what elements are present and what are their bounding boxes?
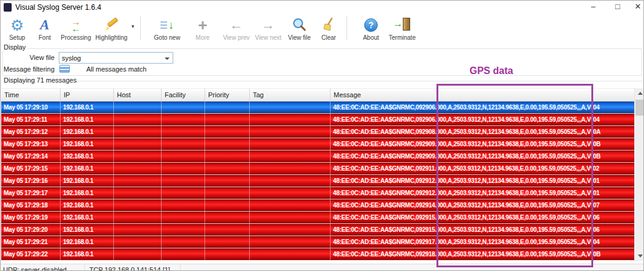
status-filler: [181, 264, 643, 271]
cell-priority: [205, 212, 250, 223]
view-file-combobox[interactable]: syslog: [59, 52, 173, 64]
cell-tag: [250, 248, 331, 260]
cell-facility: [162, 126, 205, 138]
arrow-left-icon: ←: [230, 16, 243, 34]
cell-priority: [205, 163, 250, 174]
cell-host: [114, 224, 162, 236]
cell-message: 48:EE:0C:AD:EE:AA$GNRMC,092911.000,A,250…: [331, 163, 634, 174]
cell-time: May 05 17:29:19: [1, 212, 61, 223]
table-row[interactable]: May 05 17:29:13 192.168.0.1 48:EE:0C:AD:…: [1, 138, 634, 150]
column-header-message[interactable]: Message: [331, 88, 634, 102]
cell-host: [114, 163, 162, 174]
view-file-field-label: View file: [1, 54, 54, 61]
cell-priority: [205, 150, 250, 162]
cell-time: May 05 17:29:17: [1, 187, 61, 199]
table-row[interactable]: May 05 17:29:21 192.168.0.1 48:EE:0C:AD:…: [1, 236, 634, 248]
cell-message: 48:EE:0C:AD:EE:AA$GNRMC,092909.000,A,250…: [331, 138, 634, 150]
cell-host: [114, 236, 162, 248]
processing-button[interactable]: →← Processing: [58, 15, 94, 41]
cell-time: May 05 17:29:12: [1, 126, 61, 138]
cell-ip: 192.168.0.1: [61, 138, 114, 150]
messages-group-label: Displaying 71 messages: [2, 76, 78, 84]
triangle-up-icon: [638, 92, 643, 95]
table-row[interactable]: May 05 17:29:15 192.168.0.1 48:EE:0C:AD:…: [1, 163, 634, 175]
table-row[interactable]: May 05 17:29:12 192.168.0.1 48:EE:0C:AD:…: [1, 126, 634, 138]
highlighting-button[interactable]: Highlighting: [94, 15, 129, 41]
column-header-time[interactable]: Time: [1, 88, 61, 102]
font-button[interactable]: A Font: [31, 15, 58, 41]
setup-label: Setup: [9, 34, 25, 41]
terminate-button[interactable]: → Terminate: [385, 15, 419, 41]
table-row[interactable]: May 05 17:29:20 192.168.0.1 48:EE:0C:AD:…: [1, 224, 634, 236]
view-next-button: → View next: [252, 15, 284, 41]
cell-tag: [250, 175, 331, 187]
status-bar: UDP: server disabled TCP 192.168.0.141:5…: [1, 264, 643, 271]
column-header-ip[interactable]: IP: [61, 88, 114, 102]
cell-ip: 192.168.0.1: [61, 187, 114, 199]
table-row[interactable]: May 05 17:29:22 192.168.0.1 48:EE:0C:AD:…: [1, 248, 634, 261]
more-button: + More: [189, 15, 217, 41]
table-row[interactable]: May 05 17:29:10 192.168.0.1 48:EE:0C:AD:…: [1, 102, 634, 114]
cell-host: [114, 212, 162, 223]
about-label: About: [363, 34, 379, 41]
about-button[interactable]: ? About: [357, 15, 385, 41]
table-row[interactable]: May 05 17:29:16 192.168.0.1 48:EE:0C:AD:…: [1, 175, 634, 187]
tcp-status: TCP 192.168.0.141:514 [1]: [85, 264, 181, 271]
maximize-button[interactable]: □: [608, 1, 627, 14]
terminate-label: Terminate: [389, 34, 416, 41]
cell-time: May 05 17:29:13: [1, 138, 61, 150]
setup-button[interactable]: ⚙ Setup: [3, 15, 31, 41]
scroll-up-button[interactable]: [635, 88, 644, 98]
table-row[interactable]: May 05 17:29:14 192.168.0.1 48:EE:0C:AD:…: [1, 150, 634, 163]
display-group-label: Display: [2, 43, 28, 51]
cell-priority: [205, 126, 250, 138]
cell-tag: [250, 199, 331, 211]
cell-tag: [250, 138, 331, 150]
cell-message: 48:EE:0C:AD:EE:AA$GNRMC,092918.000,A,250…: [331, 248, 634, 260]
highlighting-dropdown[interactable]: ▾: [129, 15, 137, 29]
triangle-down-icon: [638, 254, 643, 258]
cell-time: May 05 17:29:11: [1, 114, 61, 125]
minimize-button[interactable]: –: [584, 1, 602, 14]
vertical-scrollbar[interactable]: [634, 88, 644, 261]
goto-new-button[interactable]: ↓ Goto new: [151, 15, 184, 41]
filter-icon[interactable]: [59, 65, 70, 73]
table-row[interactable]: May 05 17:29:11 192.168.0.1 48:EE:0C:AD:…: [1, 114, 634, 126]
cell-tag: [250, 150, 331, 162]
cell-priority: [205, 248, 250, 260]
column-header-host[interactable]: Host: [114, 88, 162, 102]
table-row[interactable]: May 05 17:29:17 192.168.0.1 48:EE:0C:AD:…: [1, 187, 634, 199]
highlighter-icon: [102, 16, 121, 34]
gear-icon: ⚙: [10, 16, 24, 34]
scrollbar-thumb[interactable]: [635, 100, 644, 116]
view-file-button[interactable]: View file: [284, 15, 315, 41]
cell-time: May 05 17:29:21: [1, 236, 61, 248]
highlighting-label: Highlighting: [95, 34, 127, 41]
column-header-priority[interactable]: Priority: [205, 88, 250, 102]
table-row[interactable]: May 05 17:29:18 192.168.0.1 48:EE:0C:AD:…: [1, 199, 634, 212]
cell-ip: 192.168.0.1: [61, 114, 114, 125]
cell-facility: [162, 175, 205, 187]
cell-tag: [250, 187, 331, 199]
cell-ip: 192.168.0.1: [61, 248, 114, 260]
cell-host: [114, 126, 162, 138]
column-header-tag[interactable]: Tag: [250, 88, 331, 102]
cell-tag: [250, 236, 331, 248]
cell-ip: 192.168.0.1: [61, 236, 114, 248]
clear-button[interactable]: Clear: [315, 15, 343, 41]
cell-priority: [205, 199, 250, 211]
close-button[interactable]: ✕: [629, 1, 644, 14]
column-header-facility[interactable]: Facility: [162, 88, 205, 102]
title-bar: Visual Syslog Server 1.6.4 – □ ✕: [1, 1, 643, 14]
cell-facility: [162, 248, 205, 260]
arrow-right-icon: →: [261, 16, 275, 34]
scroll-down-button[interactable]: [635, 251, 644, 261]
message-list: May 05 17:29:10 192.168.0.1 48:EE:0C:AD:…: [1, 102, 634, 261]
clear-label: Clear: [321, 34, 336, 41]
cell-facility: [162, 138, 205, 150]
processing-label: Processing: [61, 34, 91, 41]
cell-message: 48:EE:0C:AD:EE:AA$GNRMC,092914.000,A,250…: [331, 199, 634, 211]
cell-time: May 05 17:29:14: [1, 150, 61, 162]
cell-ip: 192.168.0.1: [61, 102, 114, 113]
table-row[interactable]: May 05 17:29:19 192.168.0.1 48:EE:0C:AD:…: [1, 212, 634, 224]
